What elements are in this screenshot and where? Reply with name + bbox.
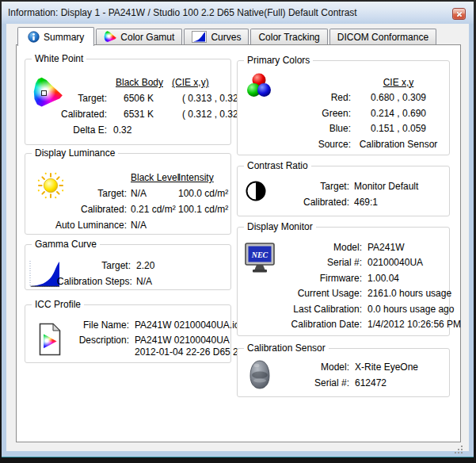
row-label: Target: xyxy=(49,188,127,199)
close-button[interactable] xyxy=(452,8,466,20)
group-title: Contrast Ratio xyxy=(244,160,311,171)
row-value: 0.680 , 0.309 xyxy=(351,92,446,103)
row-label: Firmware: xyxy=(253,273,362,284)
row-value: N/A xyxy=(131,220,178,231)
row-value: 1/4/2012 10:26:56 PM xyxy=(367,319,461,330)
row-label: Current Usage: xyxy=(253,288,362,299)
column-header: Black Body xyxy=(116,77,163,88)
row-label: Delta E: xyxy=(49,124,107,136)
row-label: Last Calibration: xyxy=(253,304,362,315)
row-value: 1.00.04 xyxy=(367,273,399,284)
calibration-steps-row: Calibration Steps: N/A xyxy=(57,274,227,289)
target-row: Target: N/A 100.0 cd/m² xyxy=(49,186,227,201)
tab-color-tracking[interactable]: Color Tracking xyxy=(250,29,327,44)
row-value: 100.1 cd/m² xyxy=(178,204,228,215)
contrast-icon xyxy=(246,181,266,201)
contrast-table: Target: Monitor Default Calibrated: 469:… xyxy=(266,178,446,210)
window-title: Information: Display 1 - PA241W / Studio… xyxy=(8,7,357,18)
row-value: 6506 K xyxy=(107,93,154,104)
description-line1: PA241W 02100040UA xyxy=(135,335,251,346)
luminance-table: Black Level Intensity Target: N/A 100.0 … xyxy=(49,170,227,233)
group-title: Gamma Curve xyxy=(32,239,100,250)
row-value: 2.20 xyxy=(136,260,154,271)
tab-label: Color Gamut xyxy=(120,32,174,43)
header-row: CIE x,y xyxy=(266,75,446,90)
calibrated-row: Calibrated: 6531 K ( 0.312 , 0.328 ) xyxy=(49,106,227,122)
info-icon xyxy=(28,31,40,43)
target-row: Target: Monitor Default xyxy=(266,178,446,194)
serial-row: Serial #: 02100040UA xyxy=(253,255,446,271)
tab-label: Curves xyxy=(211,32,241,43)
row-value: 0.32 xyxy=(113,124,131,136)
tab-summary[interactable]: Summary xyxy=(17,27,94,46)
group-title: Display Monitor xyxy=(244,221,316,232)
row-label: File Name: xyxy=(65,320,129,331)
column-header: Black Level xyxy=(131,172,178,183)
row-value: 612472 xyxy=(355,377,387,388)
titlebar: Information: Display 1 - PA241W / Studio… xyxy=(2,2,474,24)
target-row: Target: 2.20 xyxy=(57,258,227,274)
row-label: Serial #: xyxy=(253,257,362,268)
curves-icon xyxy=(192,31,207,43)
group-title: White Point xyxy=(32,53,86,64)
row-value: 6531 K xyxy=(107,109,154,120)
display-monitor-group: Display Monitor NEC Model: PA241W xyxy=(237,227,450,336)
calibration-sensor-group: Calibration Sensor Model: X-Rite xyxy=(237,348,450,397)
row-label: Target: xyxy=(49,93,107,104)
row-value: PA241W 02100040UA.icc xyxy=(135,320,244,331)
group-title: Calibration Sensor xyxy=(244,342,329,354)
description-line2: 2012-01-04 22-26 D65 2.20 xyxy=(135,346,251,358)
resize-grip-icon[interactable] xyxy=(455,446,456,447)
window-bottom-accent xyxy=(2,457,474,457)
dialog-client-area: Summary Color Gamut Curves Color Trackin… xyxy=(6,24,469,451)
display-luminance-group: Display Luminance xyxy=(25,153,231,235)
calibration-date-row: Calibration Date: 1/4/2012 10:26:56 PM xyxy=(253,317,446,333)
calibrated-row: Calibrated: 469:1 xyxy=(266,194,446,210)
icc-profile-group: ICC Profile File Name: PA241W 02100040UA… xyxy=(25,304,231,363)
row-value: 0.0 hours usage ago xyxy=(367,304,454,315)
row-value: 2161.0 hours usage xyxy=(367,288,451,299)
row-label: Description: xyxy=(65,335,129,346)
row-value: 0.21 cd/m² xyxy=(131,204,178,215)
row-label: Blue: xyxy=(266,123,351,134)
row-label: Source: xyxy=(266,139,351,150)
green-row: Green: 0.214 , 0.690 xyxy=(266,105,446,121)
row-value: PA241W xyxy=(367,242,404,253)
row-label: Calibrated: xyxy=(49,109,107,120)
header-row: Black Level Intensity xyxy=(49,170,227,186)
tab-dicom-conformance[interactable]: DICOM Conformance xyxy=(329,29,436,44)
group-title: Display Luminance xyxy=(32,147,118,159)
row-value: 0.214 , 0.690 xyxy=(351,108,446,119)
row-value: N/A xyxy=(131,188,178,199)
group-title: Primary Colors xyxy=(244,55,313,66)
white-point-table: Black Body (CIE x,y) Target: 6506 K ( 0.… xyxy=(49,75,227,138)
calibrated-row: Calibrated: 0.21 cd/m² 100.1 cd/m² xyxy=(49,201,227,217)
delta-e-row: Delta E: 0.32 xyxy=(49,122,227,138)
row-value: X-Rite EyeOne xyxy=(355,362,418,373)
column-header: (CIE x,y) xyxy=(172,77,209,88)
row-label: Calibration Steps: xyxy=(57,276,131,287)
monitor-table: Model: PA241W Serial #: 02100040UA Firmw… xyxy=(253,239,446,332)
window-frame: Information: Display 1 - PA241W / Studio… xyxy=(2,2,474,457)
row-value: 02100040UA xyxy=(367,257,423,268)
row-label: Target: xyxy=(266,181,349,192)
sensor-table: Model: X-Rite EyeOne Serial #: 612472 xyxy=(266,359,446,391)
tab-color-gamut[interactable]: Color Gamut xyxy=(96,29,182,44)
row-label: Green: xyxy=(266,108,351,119)
row-label: Calibrated: xyxy=(266,197,349,208)
row-value: Monitor Default xyxy=(354,181,418,192)
tab-curves[interactable]: Curves xyxy=(184,29,249,44)
tab-page-summary: White Point Black Body (CIE x,y) Target:… xyxy=(16,44,461,442)
primary-colors-group: Primary Colors xyxy=(237,60,450,155)
icc-table: File Name: PA241W 02100040UA.icc Descrip… xyxy=(65,317,227,358)
firmware-row: Firmware: 1.00.04 xyxy=(253,270,446,286)
tab-label: Color Tracking xyxy=(258,32,319,43)
row-value: ( 0.312 , 0.328 ) xyxy=(154,109,249,120)
current-usage-row: Current Usage: 2161.0 hours usage xyxy=(253,286,446,302)
row-label: Auto Luminance: xyxy=(49,220,127,231)
blue-row: Blue: 0.151 , 0.059 xyxy=(266,121,446,137)
row-value: ( 0.313 , 0.329 ) xyxy=(154,93,249,104)
row-label: Calibration Date: xyxy=(253,319,362,330)
tab-label: Summary xyxy=(44,32,84,43)
row-value: Calibration Sensor xyxy=(351,139,446,150)
